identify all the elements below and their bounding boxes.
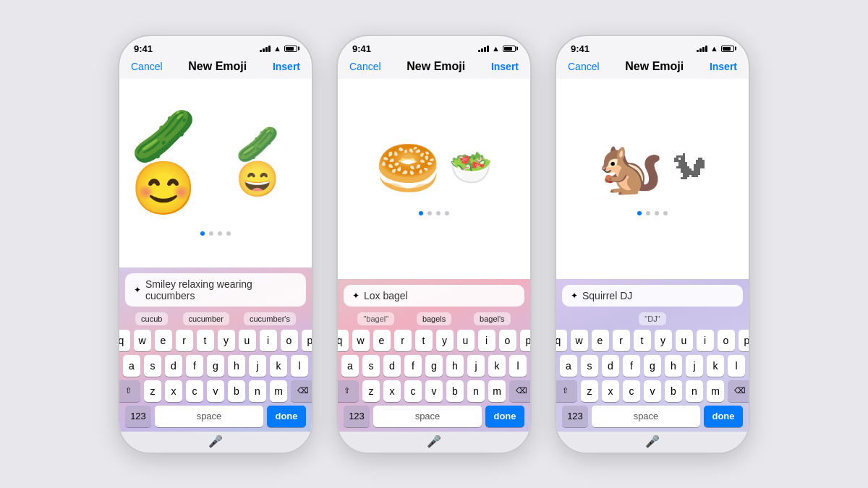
key-x-1[interactable]: x xyxy=(165,380,182,402)
key-i-2[interactable]: i xyxy=(478,330,495,351)
key-n-2[interactable]: n xyxy=(467,380,485,402)
key-b-1[interactable]: b xyxy=(228,380,245,402)
key-m-2[interactable]: m xyxy=(488,380,506,402)
search-input-2[interactable]: ✦ Lox bagel xyxy=(344,285,524,307)
key-f-1[interactable]: f xyxy=(186,355,203,377)
insert-button-2[interactable]: Insert xyxy=(491,61,519,72)
key-r-1[interactable]: r xyxy=(176,330,193,351)
key-j-1[interactable]: j xyxy=(249,355,266,377)
emoji-secondary-1[interactable]: 🥒😄 xyxy=(236,127,300,197)
mic-icon-1[interactable]: 🎤 xyxy=(208,435,223,448)
key-q-2[interactable]: q xyxy=(336,330,349,351)
cancel-button-3[interactable]: Cancel xyxy=(568,61,600,72)
key-num-1[interactable]: 123 xyxy=(125,406,151,427)
autocomplete-1-3[interactable]: cucumber's xyxy=(244,312,296,325)
key-s-2[interactable]: s xyxy=(362,355,380,377)
key-e-1[interactable]: e xyxy=(155,330,172,351)
key-c-1[interactable]: c xyxy=(186,380,203,402)
key-j-3[interactable]: j xyxy=(686,355,703,377)
key-i-3[interactable]: i xyxy=(697,330,714,351)
key-t-2[interactable]: t xyxy=(415,330,433,351)
key-o-2[interactable]: o xyxy=(499,330,516,351)
key-delete-1[interactable]: ⌫ xyxy=(291,380,313,402)
key-p-3[interactable]: p xyxy=(739,330,751,351)
autocomplete-1-1[interactable]: cucub xyxy=(135,312,168,325)
autocomplete-1-2[interactable]: cucumber xyxy=(183,312,229,325)
autocomplete-2-3[interactable]: bagel's xyxy=(474,312,511,325)
key-g-2[interactable]: g xyxy=(425,355,443,377)
key-done-2[interactable]: done xyxy=(485,406,524,427)
key-n-3[interactable]: n xyxy=(686,380,703,402)
key-i-1[interactable]: i xyxy=(260,330,277,351)
key-h-3[interactable]: h xyxy=(665,355,682,377)
key-l-1[interactable]: l xyxy=(291,355,308,377)
key-a-2[interactable]: a xyxy=(341,355,359,377)
insert-button-3[interactable]: Insert xyxy=(710,61,737,72)
key-u-3[interactable]: u xyxy=(676,330,693,351)
autocomplete-3-1[interactable]: "DJ" xyxy=(639,312,665,325)
key-v-1[interactable]: v xyxy=(207,380,224,402)
key-done-3[interactable]: done xyxy=(704,406,743,427)
key-e-2[interactable]: e xyxy=(373,330,391,351)
key-v-3[interactable]: v xyxy=(644,380,661,402)
emoji-main-1[interactable]: 🥒😊 xyxy=(131,110,227,214)
key-y-2[interactable]: y xyxy=(436,330,454,351)
key-k-3[interactable]: k xyxy=(707,355,724,377)
key-z-1[interactable]: z xyxy=(144,380,161,402)
key-w-3[interactable]: w xyxy=(571,330,588,351)
key-t-3[interactable]: t xyxy=(634,330,651,351)
key-h-1[interactable]: h xyxy=(228,355,245,377)
mic-icon-2[interactable]: 🎤 xyxy=(427,435,441,448)
insert-button-1[interactable]: Insert xyxy=(273,61,300,72)
key-k-2[interactable]: k xyxy=(488,355,506,377)
key-m-1[interactable]: m xyxy=(270,380,287,402)
key-w-1[interactable]: w xyxy=(134,330,151,351)
key-g-3[interactable]: g xyxy=(644,355,661,377)
search-input-3[interactable]: ✦ Squirrel DJ xyxy=(562,285,743,307)
key-o-1[interactable]: o xyxy=(281,330,298,351)
key-q-1[interactable]: q xyxy=(118,330,130,351)
key-u-2[interactable]: u xyxy=(457,330,475,351)
autocomplete-2-1[interactable]: "bagel" xyxy=(357,312,394,325)
key-q-3[interactable]: q xyxy=(555,330,567,351)
key-c-3[interactable]: c xyxy=(623,380,640,402)
key-delete-2[interactable]: ⌫ xyxy=(509,380,532,402)
key-space-3[interactable]: space xyxy=(592,406,700,427)
emoji-main-3[interactable]: 🐿️ xyxy=(598,142,663,194)
key-w-2[interactable]: w xyxy=(352,330,370,351)
key-delete-3[interactable]: ⌫ xyxy=(728,380,750,402)
key-m-3[interactable]: m xyxy=(707,380,724,402)
key-b-2[interactable]: b xyxy=(446,380,464,402)
key-shift-1[interactable]: ⇧ xyxy=(118,380,140,402)
key-r-3[interactable]: r xyxy=(613,330,630,351)
key-f-2[interactable]: f xyxy=(404,355,422,377)
key-z-3[interactable]: z xyxy=(581,380,598,402)
key-j-2[interactable]: j xyxy=(467,355,485,377)
key-num-2[interactable]: 123 xyxy=(344,406,370,427)
key-g-1[interactable]: g xyxy=(207,355,224,377)
cancel-button-1[interactable]: Cancel xyxy=(131,61,163,72)
key-num-3[interactable]: 123 xyxy=(562,406,588,427)
key-c-2[interactable]: c xyxy=(404,380,422,402)
key-shift-3[interactable]: ⇧ xyxy=(555,380,577,402)
key-x-2[interactable]: x xyxy=(383,380,401,402)
key-space-1[interactable]: space xyxy=(155,406,263,427)
autocomplete-2-2[interactable]: bagels xyxy=(417,312,451,325)
key-e-3[interactable]: e xyxy=(592,330,609,351)
emoji-main-2[interactable]: 🥯 xyxy=(375,142,441,194)
key-h-2[interactable]: h xyxy=(446,355,464,377)
key-l-2[interactable]: l xyxy=(509,355,527,377)
key-o-3[interactable]: o xyxy=(718,330,735,351)
emoji-secondary-3[interactable]: 🐿 xyxy=(672,150,707,185)
key-v-2[interactable]: v xyxy=(425,380,443,402)
key-b-3[interactable]: b xyxy=(665,380,682,402)
key-s-3[interactable]: s xyxy=(581,355,598,377)
key-d-3[interactable]: d xyxy=(602,355,619,377)
search-input-1[interactable]: ✦ Smiley relaxing wearing cucumbers xyxy=(125,273,306,307)
key-a-1[interactable]: a xyxy=(123,355,140,377)
key-shift-2[interactable]: ⇧ xyxy=(336,380,359,402)
key-y-1[interactable]: y xyxy=(218,330,235,351)
mic-icon-3[interactable]: 🎤 xyxy=(645,435,660,448)
key-d-1[interactable]: d xyxy=(165,355,182,377)
key-r-2[interactable]: r xyxy=(394,330,412,351)
